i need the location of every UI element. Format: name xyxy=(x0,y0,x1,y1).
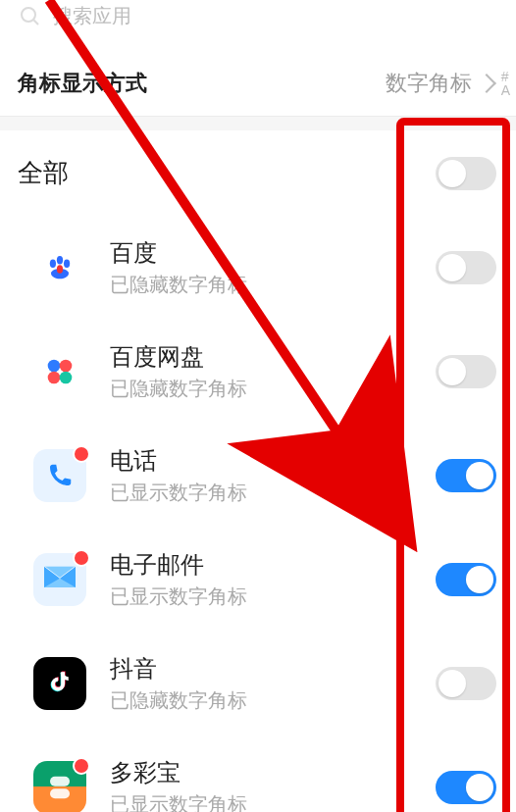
app-status: 已显示数字角标 xyxy=(110,791,436,812)
section-value: 数字角标 # A xyxy=(386,69,510,98)
app-status: 已隐藏数字角标 xyxy=(110,376,436,402)
app-toggle-mail[interactable] xyxy=(436,563,496,596)
app-toggle-phone[interactable] xyxy=(436,459,496,492)
svg-rect-14 xyxy=(50,788,70,798)
all-apps-label: 全部 xyxy=(18,156,69,190)
svg-point-4 xyxy=(64,260,70,269)
app-row-bdpan: 百度网盘已隐藏数字角标 xyxy=(0,320,516,424)
svg-point-7 xyxy=(60,360,73,373)
app-status: 已隐藏数字角标 xyxy=(110,687,436,714)
index-letter: # xyxy=(501,70,510,83)
app-row-douyin: 抖音已隐藏数字角标 xyxy=(0,632,516,736)
app-name: 电话 xyxy=(110,445,436,476)
app-toggle-bdpan[interactable] xyxy=(436,355,496,388)
app-row-mail: 电子邮件已显示数字角标 xyxy=(0,528,516,632)
badge-display-mode-row[interactable]: 角标显示方式 数字角标 # A xyxy=(0,35,516,117)
svg-point-5 xyxy=(57,265,63,274)
svg-point-6 xyxy=(48,360,61,373)
badge-dot xyxy=(73,445,90,463)
app-list: 百度已隐藏数字角标百度网盘已隐藏数字角标电话已显示数字角标电子邮件已显示数字角标… xyxy=(0,216,516,812)
app-status: 已显示数字角标 xyxy=(110,480,436,506)
svg-point-3 xyxy=(57,256,63,265)
section-title: 角标显示方式 xyxy=(18,69,147,98)
svg-rect-13 xyxy=(50,777,70,787)
svg-point-0 xyxy=(22,8,35,22)
index-letter: A xyxy=(501,83,510,97)
badge-dot xyxy=(73,757,90,775)
all-apps-row: 全部 xyxy=(0,130,516,216)
svg-point-2 xyxy=(50,260,56,269)
svg-point-8 xyxy=(48,372,61,384)
app-name: 百度网盘 xyxy=(110,341,436,372)
svg-line-1 xyxy=(34,21,39,25)
search-field[interactable]: 搜索应用 xyxy=(18,0,498,31)
app-name: 多彩宝 xyxy=(110,757,436,787)
search-placeholder: 搜索应用 xyxy=(53,3,131,29)
app-toggle-dcb[interactable] xyxy=(436,771,496,804)
app-toggle-baidu[interactable] xyxy=(436,251,496,284)
svg-point-9 xyxy=(60,372,73,384)
app-name: 百度 xyxy=(110,237,436,268)
app-row-dcb: 多彩宝已显示数字角标 xyxy=(0,736,516,812)
search-icon xyxy=(18,4,41,27)
app-icon-mail xyxy=(33,553,86,606)
app-row-phone: 电话已显示数字角标 xyxy=(0,424,516,528)
chevron-right-icon xyxy=(477,74,496,93)
section-value-text: 数字角标 xyxy=(386,69,472,98)
app-icon-phone xyxy=(33,449,86,502)
app-icon-bdpan xyxy=(33,345,86,398)
app-status: 已隐藏数字角标 xyxy=(110,272,436,298)
app-name: 电子邮件 xyxy=(110,549,436,580)
app-row-baidu: 百度已隐藏数字角标 xyxy=(0,216,516,320)
badge-dot xyxy=(73,549,90,567)
app-toggle-douyin[interactable] xyxy=(436,667,496,700)
all-apps-toggle[interactable] xyxy=(436,157,496,190)
app-icon-douyin xyxy=(33,657,86,710)
app-icon-dcb xyxy=(33,761,86,812)
app-name: 抖音 xyxy=(110,653,436,684)
app-status: 已显示数字角标 xyxy=(110,584,436,610)
app-icon-baidu xyxy=(33,241,86,294)
